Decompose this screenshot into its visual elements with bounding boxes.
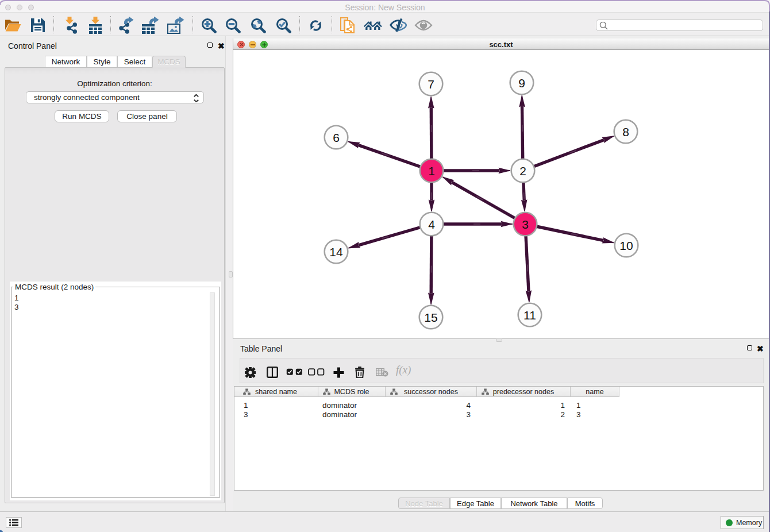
svg-text:9: 9 [518, 76, 525, 90]
svg-text:1: 1 [428, 164, 435, 178]
svg-text:11: 11 [523, 309, 536, 322]
svg-text:6: 6 [333, 131, 340, 144]
svg-text:4: 4 [428, 218, 435, 231]
svg-text:15: 15 [424, 311, 437, 324]
svg-text:14: 14 [329, 245, 343, 259]
svg-text:3: 3 [522, 218, 529, 231]
svg-text:8: 8 [622, 125, 629, 138]
svg-text:7: 7 [428, 78, 434, 91]
svg-text:2: 2 [519, 164, 526, 178]
svg-text:10: 10 [619, 239, 633, 252]
